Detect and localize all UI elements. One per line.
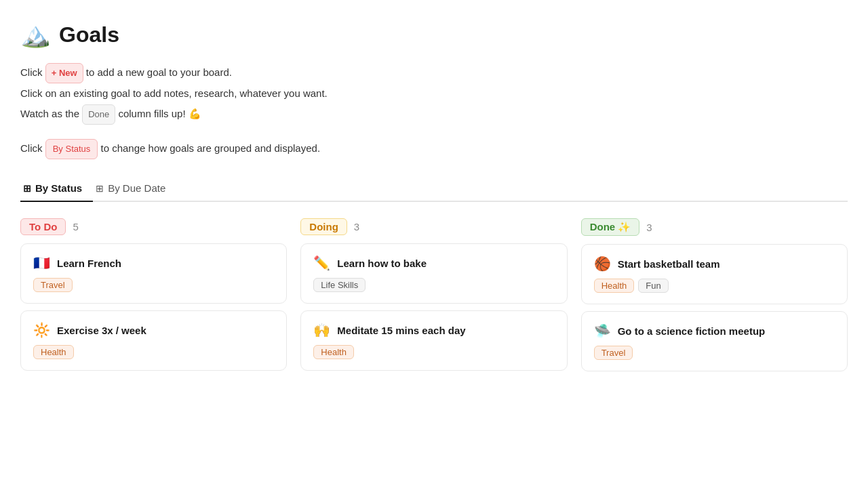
column-label-done: Done ✨ xyxy=(581,218,640,236)
card-tags-learn-french: Travel xyxy=(33,278,274,292)
click-label-2: Click xyxy=(20,142,43,154)
meditate-icon: 🙌 xyxy=(313,322,330,338)
column-count-done: 3 xyxy=(646,222,652,233)
card-tags-bake: Life Skills xyxy=(313,278,554,292)
page-header: 🏔️ Goals xyxy=(20,20,848,49)
instruction-text-1: to add a new goal to your board. xyxy=(86,66,232,78)
card-bake[interactable]: ✏️ Learn how to bake Life Skills xyxy=(300,243,567,304)
column-doing: Doing 3 ✏️ Learn how to bake Life Skills… xyxy=(300,218,567,378)
instruction-text-4: to change how goals are grouped and disp… xyxy=(100,142,320,154)
instruction-text-3: column fills up! 💪 xyxy=(118,108,201,119)
card-learn-french[interactable]: 🇫🇷 Learn French Travel xyxy=(20,243,287,304)
board: To Do 5 🇫🇷 Learn French Travel 🔆 Exercis… xyxy=(20,218,848,378)
column-done: Done ✨ 3 🏀 Start basketball team Health … xyxy=(581,218,848,378)
tab-by-due-date[interactable]: ⊞ By Due Date xyxy=(93,176,176,202)
column-count-todo: 5 xyxy=(73,221,78,232)
card-title-learn-french: Learn French xyxy=(57,258,121,269)
column-header-doing: Doing 3 xyxy=(300,218,567,235)
tab-icon-by-status: ⊞ xyxy=(23,183,31,194)
card-title-meditate: Meditate 15 mins each day xyxy=(337,325,465,336)
column-header-done: Done ✨ 3 xyxy=(581,218,848,236)
badge-new[interactable]: + New xyxy=(45,63,83,83)
instructions: Click + New to add a new goal to your bo… xyxy=(20,62,848,159)
mountain-icon: 🏔️ xyxy=(20,20,51,49)
tag-fun-basketball: Fun xyxy=(638,279,668,293)
card-title-row-meditate: 🙌 Meditate 15 mins each day xyxy=(313,322,554,338)
column-label-doing: Doing xyxy=(300,218,347,235)
page-title: Goals xyxy=(59,22,119,47)
tab-by-status[interactable]: ⊞ By Status xyxy=(20,176,93,202)
tab-icon-by-due-date: ⊞ xyxy=(96,183,104,194)
tag-life-skills: Life Skills xyxy=(313,278,366,292)
tag-health-exercise: Health xyxy=(33,345,74,359)
french-flag-icon: 🇫🇷 xyxy=(33,255,50,271)
column-todo: To Do 5 🇫🇷 Learn French Travel 🔆 Exercis… xyxy=(20,218,287,378)
instruction-line-2: Click on an existing goal to add notes, … xyxy=(20,83,848,104)
card-title-row-exercise: 🔆 Exercise 3x / week xyxy=(33,322,274,338)
card-tags-exercise: Health xyxy=(33,345,274,359)
instruction-line-3: Watch as the Done column fills up! 💪 xyxy=(20,104,848,125)
click-label-1: Click xyxy=(20,66,43,78)
column-header-todo: To Do 5 xyxy=(20,218,287,235)
card-title-row-basketball: 🏀 Start basketball team xyxy=(594,256,835,272)
scifi-icon: 🛸 xyxy=(594,323,611,339)
watch-label: Watch as the xyxy=(20,108,79,119)
instruction-line-1: Click + New to add a new goal to your bo… xyxy=(20,62,848,83)
card-tags-meditate: Health xyxy=(313,345,554,359)
bake-icon: ✏️ xyxy=(313,255,330,271)
card-tags-scifi: Travel xyxy=(594,346,835,360)
card-title-row-bake: ✏️ Learn how to bake xyxy=(313,255,554,271)
column-label-todo: To Do xyxy=(20,218,66,235)
tabs-bar: ⊞ By Status ⊞ By Due Date xyxy=(20,176,848,202)
tab-label-by-status: By Status xyxy=(35,182,82,194)
card-basketball[interactable]: 🏀 Start basketball team Health Fun xyxy=(581,244,848,304)
tag-travel: Travel xyxy=(33,278,73,292)
basketball-icon: 🏀 xyxy=(594,256,611,272)
card-scifi[interactable]: 🛸 Go to a science fiction meetup Travel xyxy=(581,311,848,371)
exercise-icon: 🔆 xyxy=(33,322,50,338)
tag-health-basketball: Health xyxy=(594,279,635,293)
tag-health-meditate: Health xyxy=(313,345,354,359)
column-count-doing: 3 xyxy=(354,221,359,232)
card-title-row-scifi: 🛸 Go to a science fiction meetup xyxy=(594,323,835,339)
card-title-row: 🇫🇷 Learn French xyxy=(33,255,274,271)
instruction-line-4: Click By Status to change how goals are … xyxy=(20,138,848,159)
card-title-basketball: Start basketball team xyxy=(618,258,720,270)
card-exercise[interactable]: 🔆 Exercise 3x / week Health xyxy=(20,310,287,371)
badge-by-status[interactable]: By Status xyxy=(45,139,98,159)
badge-done-inline: Done xyxy=(82,104,115,125)
card-title-scifi: Go to a science fiction meetup xyxy=(618,325,766,337)
card-tags-basketball: Health Fun xyxy=(594,279,835,293)
card-meditate[interactable]: 🙌 Meditate 15 mins each day Health xyxy=(300,310,567,371)
card-title-bake: Learn how to bake xyxy=(337,258,427,269)
card-title-exercise: Exercise 3x / week xyxy=(57,325,146,336)
tag-travel-scifi: Travel xyxy=(594,346,633,360)
tab-label-by-due-date: By Due Date xyxy=(108,182,165,194)
